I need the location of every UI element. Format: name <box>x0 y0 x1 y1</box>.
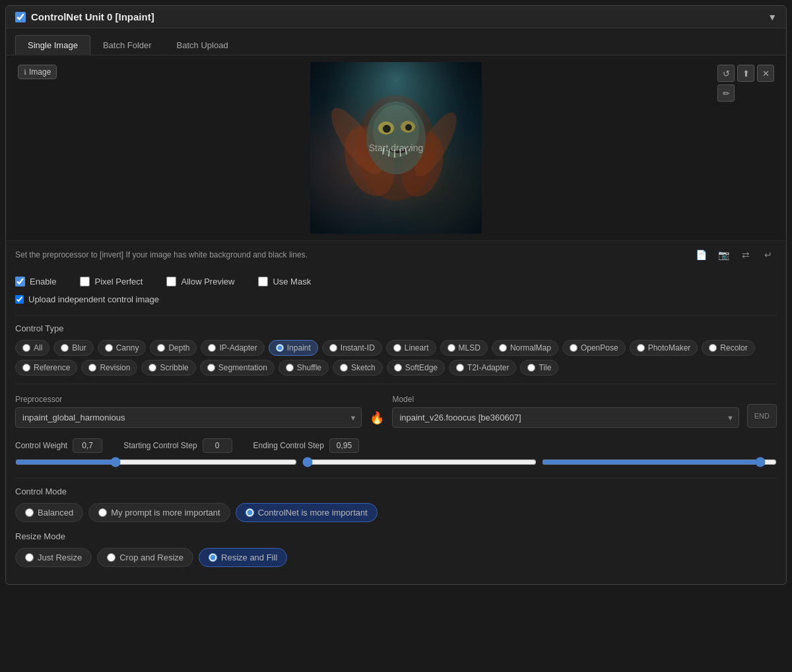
upload-button[interactable]: ⬆ <box>737 65 754 82</box>
header-left: ControlNet Unit 0 [Inpaint] <box>15 11 154 22</box>
image-label-badge: ℹ Image <box>18 65 57 79</box>
divider3 <box>15 478 777 479</box>
sliders-section: Control Weight 0,7 Starting Control Step… <box>15 438 777 467</box>
header-collapse-icon[interactable]: ▼ <box>768 12 777 22</box>
use-mask-checkbox[interactable] <box>258 277 268 286</box>
tab-single-image[interactable]: Single Image <box>15 35 90 55</box>
info-bar: Set the preprocessor to [invert] If your… <box>6 240 786 269</box>
enable-label: Enable <box>30 277 56 286</box>
ctrl-pill-openpose[interactable]: OpenPose <box>562 340 626 356</box>
ctrl-pill-all[interactable]: All <box>15 340 50 356</box>
ctrl-pill-softedge[interactable]: SoftEdge <box>387 360 445 376</box>
resize-just-resize[interactable]: Just Resize <box>15 548 92 567</box>
ending-step-slider[interactable] <box>542 457 777 467</box>
mode-controlnet-label: ControlNet is more important <box>258 508 368 518</box>
ctrl-pill-mlsd[interactable]: MLSD <box>440 340 488 356</box>
image-controls: ↺ ⬆ ✕ ✏ <box>715 62 777 104</box>
mode-balanced[interactable]: Balanced <box>15 503 83 522</box>
control-mode-section: Control Mode Balanced My prompt is more … <box>15 487 777 522</box>
image-wrapper: Start drawing ↺ ⬆ ✕ ✏ <box>15 62 777 234</box>
combined-slider-row <box>15 457 777 467</box>
tab-batch-folder[interactable]: Batch Folder <box>90 35 164 55</box>
mode-prompt-label: My prompt is more important <box>111 508 220 518</box>
control-type-section-label: Control Type <box>15 323 777 333</box>
upload-independent-checkbox[interactable] <box>15 295 24 304</box>
image-section: ℹ Image <box>6 55 786 240</box>
header-enable-checkbox[interactable] <box>15 12 26 22</box>
options-row: Enable Pixel Perfect Allow Preview Use M… <box>15 277 777 286</box>
enable-checkbox-item[interactable]: Enable <box>15 277 56 286</box>
ctrl-pill-blur[interactable]: Blur <box>53 340 93 356</box>
close-button[interactable]: ✕ <box>757 65 774 82</box>
starting-step-value: 0 <box>203 438 232 453</box>
info-icons: 📄 📷 ⇄ ↵ <box>692 246 777 263</box>
ctrl-pill-instant-id[interactable]: Instant-ID <box>322 340 382 356</box>
model-label: Model <box>392 395 739 404</box>
ctrl-pill-inpaint[interactable]: Inpaint <box>269 340 318 356</box>
header: ControlNet Unit 0 [Inpaint] ▼ <box>6 6 786 28</box>
ending-step-header: Ending Control Step 0,95 <box>253 438 359 453</box>
ctrl-pill-shuffle[interactable]: Shuffle <box>279 360 329 376</box>
camera-icon-btn[interactable]: 📷 <box>715 246 732 263</box>
preprocessor-select[interactable]: inpaint_global_harmonious inpaint_only i… <box>15 407 362 428</box>
ctrl-pill-normalmap[interactable]: NormalMap <box>492 340 558 356</box>
resize-just-label: Just Resize <box>38 553 82 562</box>
upload-independent-item[interactable]: Upload independent control image <box>15 294 777 304</box>
control-mode-pills: Balanced My prompt is more important Con… <box>15 503 777 522</box>
resize-crop-label: Crop and Resize <box>119 553 183 562</box>
use-mask-label: Use Mask <box>273 277 311 286</box>
preprocessor-label: Preprocessor <box>15 395 362 404</box>
pixel-perfect-checkbox[interactable] <box>80 277 90 286</box>
ctrl-pill-segmentation[interactable]: Segmentation <box>200 360 275 376</box>
model-group: Model inpaint_v26.fooocus [be360607] con… <box>392 395 739 428</box>
ctrl-pill-sketch[interactable]: Sketch <box>333 360 383 376</box>
ctrl-pill-reference[interactable]: Reference <box>15 360 77 376</box>
resize-mode-label: Resize Mode <box>15 531 777 541</box>
allow-preview-label: Allow Preview <box>181 277 234 286</box>
ctrl-pill-recolor[interactable]: Recolor <box>702 340 754 356</box>
mode-prompt-important[interactable]: My prompt is more important <box>88 503 230 522</box>
ctrl-pill-ip-adapter[interactable]: IP-Adapter <box>201 340 264 356</box>
allow-preview-checkbox[interactable] <box>166 277 176 286</box>
mode-controlnet-important[interactable]: ControlNet is more important <box>236 503 378 522</box>
control-weight-slider[interactable] <box>15 457 297 467</box>
starting-step-label: Starting Control Step <box>123 441 197 450</box>
enable-checkbox[interactable] <box>15 277 25 286</box>
image-canvas[interactable]: Start drawing <box>310 62 482 234</box>
resize-crop[interactable]: Crop and Resize <box>97 548 193 567</box>
ctrl-pill-scribble[interactable]: Scribble <box>141 360 195 376</box>
pixel-perfect-label: Pixel Perfect <box>94 277 143 286</box>
resize-fill[interactable]: Resize and Fill <box>199 548 287 567</box>
image-controls-row1: ↺ ⬆ ✕ <box>717 65 774 82</box>
ctrl-pill-revision[interactable]: Revision <box>81 360 137 376</box>
resize-mode-section: Resize Mode Just Resize Crop and Resize … <box>15 531 777 567</box>
starting-step-slider[interactable] <box>302 457 537 467</box>
ctrl-pill-photomaker[interactable]: PhotoMaker <box>630 340 698 356</box>
upload-independent-label: Upload independent control image <box>28 294 159 304</box>
ctrl-pill-t2i-adapter[interactable]: T2I-Adapter <box>449 360 516 376</box>
start-drawing-label: Start drawing <box>369 143 423 153</box>
ctrl-pill-canny[interactable]: Canny <box>98 340 147 356</box>
control-type-grid: All Blur Canny Depth IP-Adapter Inpaint … <box>15 340 777 376</box>
control-mode-label: Control Mode <box>15 487 777 496</box>
info-text: Set the preprocessor to [invert] If your… <box>15 250 308 259</box>
return-icon-btn[interactable]: ↵ <box>760 246 777 263</box>
swap-icon-btn[interactable]: ⇄ <box>737 246 754 263</box>
use-mask-checkbox-item[interactable]: Use Mask <box>258 277 311 286</box>
mode-balanced-label: Balanced <box>38 508 73 518</box>
control-weight-header: Control Weight 0,7 <box>15 438 102 453</box>
ctrl-pill-depth[interactable]: Depth <box>150 340 197 356</box>
ctrl-pill-tile[interactable]: Tile <box>520 360 558 376</box>
model-select[interactable]: inpaint_v26.fooocus [be360607] control_v… <box>392 407 739 428</box>
preprocessor-group: Preprocessor inpaint_global_harmonious i… <box>15 395 362 428</box>
reset-button[interactable]: ↺ <box>717 65 735 82</box>
edit-button[interactable]: ✏ <box>717 84 735 102</box>
divider1 <box>15 315 777 316</box>
pixel-perfect-checkbox-item[interactable]: Pixel Perfect <box>80 277 143 286</box>
ctrl-pill-lineart[interactable]: Lineart <box>386 340 436 356</box>
document-icon-btn[interactable]: 📄 <box>692 246 710 263</box>
info-icon: ℹ <box>24 68 26 77</box>
end-button[interactable]: END <box>747 404 777 428</box>
tab-batch-upload[interactable]: Batch Upload <box>164 35 241 55</box>
allow-preview-checkbox-item[interactable]: Allow Preview <box>166 277 234 286</box>
